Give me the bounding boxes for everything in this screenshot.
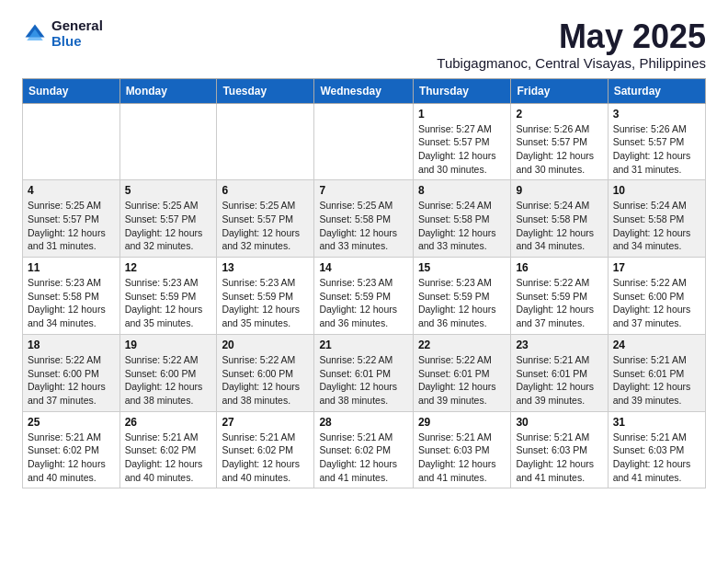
table-row: 18Sunrise: 5:22 AMSunset: 6:00 PMDayligh…	[23, 334, 120, 411]
table-row: 27Sunrise: 5:21 AMSunset: 6:02 PMDayligh…	[217, 411, 314, 488]
day-number: 3	[613, 108, 700, 121]
table-row: 20Sunrise: 5:22 AMSunset: 6:00 PMDayligh…	[217, 334, 314, 411]
logo-general: General	[51, 18, 103, 34]
col-sunday: Sunday	[23, 78, 120, 103]
day-info: Sunrise: 5:26 AMSunset: 5:57 PMDaylight:…	[613, 122, 700, 177]
table-row: 5Sunrise: 5:25 AMSunset: 5:57 PMDaylight…	[119, 180, 217, 258]
day-number: 13	[222, 261, 309, 274]
logo-text: General Blue	[51, 18, 103, 49]
day-number: 12	[125, 261, 212, 274]
day-info: Sunrise: 5:21 AMSunset: 6:02 PMDaylight:…	[222, 431, 309, 485]
day-info: Sunrise: 5:22 AMSunset: 6:00 PMDaylight:…	[613, 276, 700, 330]
day-number: 22	[418, 339, 506, 351]
day-number: 16	[516, 261, 602, 274]
day-number: 2	[516, 108, 602, 121]
table-row: 26Sunrise: 5:21 AMSunset: 6:02 PMDayligh…	[119, 411, 217, 488]
table-row: 31Sunrise: 5:21 AMSunset: 6:03 PMDayligh…	[608, 411, 705, 488]
col-saturday: Saturday	[608, 78, 705, 103]
day-number: 17	[613, 261, 700, 274]
day-info: Sunrise: 5:21 AMSunset: 6:02 PMDaylight:…	[28, 431, 115, 485]
table-row: 1Sunrise: 5:27 AMSunset: 5:57 PMDaylight…	[413, 103, 511, 180]
day-info: Sunrise: 5:23 AMSunset: 5:59 PMDaylight:…	[222, 276, 309, 330]
day-number: 28	[319, 416, 408, 429]
day-number: 27	[222, 416, 309, 429]
day-number: 29	[418, 416, 506, 429]
logo-icon	[22, 21, 48, 47]
day-info: Sunrise: 5:21 AMSunset: 6:03 PMDaylight:…	[613, 431, 700, 485]
table-row	[119, 103, 217, 180]
day-info: Sunrise: 5:23 AMSunset: 5:59 PMDaylight:…	[125, 276, 212, 330]
table-row: 23Sunrise: 5:21 AMSunset: 6:01 PMDayligh…	[511, 334, 608, 411]
table-row: 13Sunrise: 5:23 AMSunset: 5:59 PMDayligh…	[217, 258, 314, 335]
calendar-week-row: 1Sunrise: 5:27 AMSunset: 5:57 PMDaylight…	[23, 103, 706, 180]
table-row: 14Sunrise: 5:23 AMSunset: 5:59 PMDayligh…	[314, 258, 414, 335]
table-row: 2Sunrise: 5:26 AMSunset: 5:57 PMDaylight…	[511, 103, 608, 180]
table-row: 21Sunrise: 5:22 AMSunset: 6:01 PMDayligh…	[314, 334, 414, 411]
day-number: 7	[319, 184, 408, 197]
col-wednesday: Wednesday	[314, 78, 414, 103]
day-number: 9	[516, 184, 602, 197]
day-number: 30	[516, 416, 602, 429]
table-row: 15Sunrise: 5:23 AMSunset: 5:59 PMDayligh…	[413, 258, 511, 335]
day-number: 31	[613, 416, 700, 429]
day-info: Sunrise: 5:22 AMSunset: 6:00 PMDaylight:…	[125, 353, 212, 408]
day-number: 10	[613, 184, 700, 197]
day-info: Sunrise: 5:25 AMSunset: 5:58 PMDaylight:…	[319, 199, 408, 253]
table-row: 30Sunrise: 5:21 AMSunset: 6:03 PMDayligh…	[511, 411, 608, 488]
calendar-table: Sunday Monday Tuesday Wednesday Thursday…	[22, 78, 706, 489]
table-row: 17Sunrise: 5:22 AMSunset: 6:00 PMDayligh…	[608, 258, 705, 335]
day-info: Sunrise: 5:21 AMSunset: 6:03 PMDaylight:…	[418, 431, 506, 485]
day-number: 15	[418, 261, 506, 274]
page: General Blue May 2025 Tubigagmanoc, Cent…	[0, 0, 728, 507]
day-number: 20	[222, 339, 309, 351]
day-info: Sunrise: 5:25 AMSunset: 5:57 PMDaylight:…	[125, 199, 212, 253]
logo-blue: Blue	[51, 34, 103, 50]
day-info: Sunrise: 5:23 AMSunset: 5:59 PMDaylight:…	[319, 276, 408, 330]
calendar-week-row: 4Sunrise: 5:25 AMSunset: 5:57 PMDaylight…	[23, 180, 706, 258]
table-row	[23, 103, 120, 180]
table-row: 9Sunrise: 5:24 AMSunset: 5:58 PMDaylight…	[511, 180, 608, 258]
table-row: 7Sunrise: 5:25 AMSunset: 5:58 PMDaylight…	[314, 180, 414, 258]
calendar-week-row: 25Sunrise: 5:21 AMSunset: 6:02 PMDayligh…	[23, 411, 706, 488]
table-row: 16Sunrise: 5:22 AMSunset: 5:59 PMDayligh…	[511, 258, 608, 335]
calendar-week-row: 18Sunrise: 5:22 AMSunset: 6:00 PMDayligh…	[23, 334, 706, 411]
day-info: Sunrise: 5:23 AMSunset: 5:58 PMDaylight:…	[28, 276, 115, 330]
table-row: 3Sunrise: 5:26 AMSunset: 5:57 PMDaylight…	[608, 103, 705, 180]
day-info: Sunrise: 5:22 AMSunset: 6:00 PMDaylight:…	[28, 353, 115, 408]
day-number: 8	[418, 184, 506, 197]
table-row: 8Sunrise: 5:24 AMSunset: 5:58 PMDaylight…	[413, 180, 511, 258]
col-tuesday: Tuesday	[217, 78, 314, 103]
day-info: Sunrise: 5:26 AMSunset: 5:57 PMDaylight:…	[516, 122, 602, 177]
day-number: 23	[516, 339, 602, 351]
table-row	[314, 103, 414, 180]
day-info: Sunrise: 5:21 AMSunset: 6:01 PMDaylight:…	[613, 353, 700, 408]
day-info: Sunrise: 5:22 AMSunset: 6:00 PMDaylight:…	[222, 353, 309, 408]
table-row: 12Sunrise: 5:23 AMSunset: 5:59 PMDayligh…	[119, 258, 217, 335]
day-number: 18	[28, 339, 115, 351]
day-number: 4	[28, 184, 115, 197]
subtitle: Tubigagmanoc, Central Visayas, Philippin…	[437, 55, 706, 71]
day-info: Sunrise: 5:23 AMSunset: 5:59 PMDaylight:…	[418, 276, 506, 330]
day-number: 14	[319, 261, 408, 274]
day-number: 25	[28, 416, 115, 429]
table-row: 4Sunrise: 5:25 AMSunset: 5:57 PMDaylight…	[23, 180, 120, 258]
day-info: Sunrise: 5:22 AMSunset: 6:01 PMDaylight:…	[319, 353, 408, 408]
table-row: 25Sunrise: 5:21 AMSunset: 6:02 PMDayligh…	[23, 411, 120, 488]
table-row: 24Sunrise: 5:21 AMSunset: 6:01 PMDayligh…	[608, 334, 705, 411]
col-thursday: Thursday	[413, 78, 511, 103]
day-number: 24	[613, 339, 700, 351]
day-info: Sunrise: 5:22 AMSunset: 6:01 PMDaylight:…	[418, 353, 506, 408]
main-title: May 2025	[437, 18, 706, 55]
table-row: 29Sunrise: 5:21 AMSunset: 6:03 PMDayligh…	[413, 411, 511, 488]
day-number: 5	[125, 184, 212, 197]
day-number: 19	[125, 339, 212, 351]
logo: General Blue	[22, 18, 103, 49]
day-number: 6	[222, 184, 309, 197]
day-number: 21	[319, 339, 408, 351]
header: General Blue May 2025 Tubigagmanoc, Cent…	[22, 18, 706, 71]
day-info: Sunrise: 5:25 AMSunset: 5:57 PMDaylight:…	[28, 199, 115, 253]
table-row: 22Sunrise: 5:22 AMSunset: 6:01 PMDayligh…	[413, 334, 511, 411]
day-number: 11	[28, 261, 115, 274]
calendar-week-row: 11Sunrise: 5:23 AMSunset: 5:58 PMDayligh…	[23, 258, 706, 335]
day-info: Sunrise: 5:21 AMSunset: 6:02 PMDaylight:…	[319, 431, 408, 485]
